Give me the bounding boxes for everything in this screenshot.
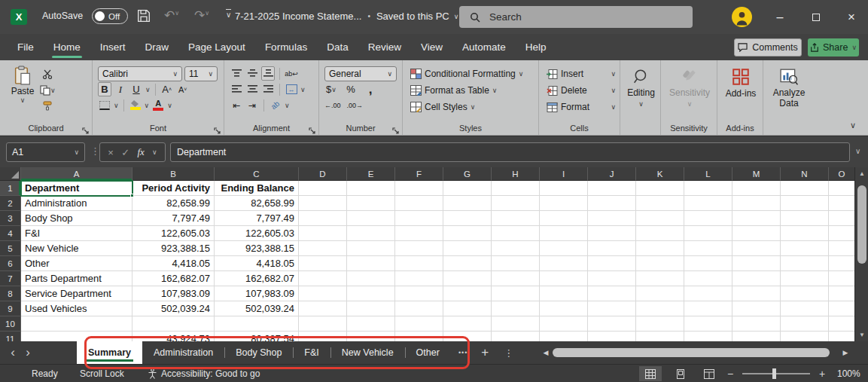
cell-b2[interactable]: 82,658.99	[132, 196, 215, 211]
column-header-a[interactable]: A	[21, 167, 132, 181]
fill-color-button[interactable]	[129, 98, 142, 112]
cell-a3[interactable]: Body Shop	[21, 211, 132, 226]
vertical-scrollbar[interactable]: ▲ ▼	[854, 167, 868, 341]
row-header-4[interactable]: 4	[0, 226, 21, 241]
percent-style-button[interactable]: %	[344, 82, 358, 96]
next-sheet-button[interactable]: ›	[15, 345, 41, 360]
sheet-tab-other[interactable]: Other	[405, 341, 451, 364]
column-header-c[interactable]: C	[215, 167, 299, 181]
tab-formulas[interactable]: Formulas	[255, 34, 317, 60]
horizontal-scrollbar-thumb[interactable]	[553, 348, 830, 357]
cell-c3[interactable]: 7,797.49	[215, 211, 299, 226]
row-header-10[interactable]: 10	[0, 316, 21, 332]
comma-style-button[interactable]: ,	[364, 82, 377, 96]
enter-button[interactable]: ✓	[121, 147, 129, 158]
row-header-9[interactable]: 9	[0, 301, 21, 316]
zoom-slider-track[interactable]	[742, 373, 810, 374]
column-header-b[interactable]: B	[132, 167, 215, 181]
bold-button[interactable]: B	[98, 82, 111, 96]
search-input[interactable]: Search	[459, 6, 693, 28]
share-button[interactable]: Share ∨	[808, 38, 859, 57]
scroll-left-icon[interactable]: ◀	[541, 349, 551, 356]
expand-formula-bar-chevron-icon[interactable]: ∨	[855, 147, 860, 155]
comments-button[interactable]: Comments	[734, 38, 802, 57]
row-header-8[interactable]: 8	[0, 286, 21, 301]
row-header-5[interactable]: 5	[0, 241, 21, 256]
borders-button[interactable]	[98, 98, 111, 112]
vertical-scrollbar-thumb[interactable]	[857, 185, 866, 264]
format-painter-button[interactable]	[40, 99, 56, 113]
copy-button[interactable]: ∨	[40, 83, 56, 97]
autosave-toggle[interactable]: Off	[92, 8, 128, 24]
cell-b9[interactable]: 502,039.24	[132, 301, 215, 316]
cell-c4[interactable]: 122,605.03	[215, 226, 299, 241]
zoom-in-button[interactable]: +	[819, 365, 825, 382]
cell-c5[interactable]: 923,388.15	[215, 241, 299, 256]
zoom-level[interactable]: 100%	[837, 365, 860, 382]
cell-b4[interactable]: 122,605.03	[132, 226, 215, 241]
cell-c1[interactable]: Ending Balance	[215, 181, 299, 196]
conditional-formatting-button[interactable]: Conditional Formatting ∨	[410, 66, 535, 82]
row-header-11[interactable]: 11	[0, 332, 21, 341]
analyze-data-button[interactable]: Analyze Data	[769, 69, 809, 108]
tab-help[interactable]: Help	[516, 34, 556, 60]
scroll-down-icon[interactable]: ▼	[855, 332, 868, 338]
sheet-tab-administration[interactable]: Administration	[142, 341, 224, 364]
italic-button[interactable]: I	[114, 82, 127, 96]
cell-a1[interactable]: Department	[21, 181, 132, 196]
save-location[interactable]: Saved to this PC ∨	[376, 11, 458, 22]
cell-a7[interactable]: Parts Department	[21, 271, 132, 286]
column-header-e[interactable]: E	[347, 167, 395, 181]
cell-b11[interactable]: 43,924.73	[132, 332, 215, 341]
row-header-1[interactable]: 1	[0, 181, 21, 196]
addins-button[interactable]: Add-ins	[723, 69, 759, 99]
format-cells-button[interactable]: Format ∨	[547, 99, 616, 115]
cell-a2[interactable]: Administration	[21, 196, 132, 211]
delete-cells-button[interactable]: Delete ∨	[547, 82, 616, 99]
tab-view[interactable]: View	[411, 34, 452, 60]
cell-b10[interactable]	[132, 316, 215, 332]
tab-page-layout[interactable]: Page Layout	[178, 34, 255, 60]
sheet-tab-summary[interactable]: Summary	[77, 341, 142, 364]
middle-align-button[interactable]	[245, 66, 259, 81]
alignment-dialog-launcher[interactable]	[309, 124, 316, 132]
font-dialog-launcher[interactable]	[214, 124, 221, 132]
cell-a10[interactable]	[21, 316, 132, 332]
cell-b8[interactable]: 107,983.09	[132, 286, 215, 301]
editing-button[interactable]: Editing ∨	[626, 69, 656, 108]
font-size-select[interactable]: 11∨	[184, 66, 218, 81]
sensitivity-button[interactable]: Sensitivity ∨	[666, 69, 713, 108]
maximize-button[interactable]	[799, 0, 833, 34]
cell-c9[interactable]: 502,039.24	[215, 301, 299, 316]
save-button[interactable]	[137, 9, 151, 26]
cell-b7[interactable]: 162,682.07	[132, 271, 215, 286]
orientation-button[interactable]: ab	[269, 98, 282, 112]
insert-cells-button[interactable]: Insert ∨	[547, 66, 616, 82]
decrease-font-size-button[interactable]: A˅	[176, 82, 190, 96]
accounting-format-button[interactable]: $∨	[324, 82, 338, 96]
view-page-break-button[interactable]	[698, 366, 720, 381]
sheet-tab-fi[interactable]: F&I	[293, 341, 330, 364]
column-header-j[interactable]: J	[588, 167, 636, 181]
view-normal-button[interactable]	[639, 366, 662, 381]
tab-automate[interactable]: Automate	[452, 34, 516, 60]
paste-button[interactable]: Paste ∨	[5, 66, 40, 113]
font-name-select[interactable]: Calibri∨	[98, 66, 182, 81]
column-header-n[interactable]: N	[781, 167, 829, 181]
cell-c2[interactable]: 82,658.99	[215, 196, 299, 211]
cell-c7[interactable]: 162,682.07	[215, 271, 299, 286]
wrap-text-button[interactable]: ab↩	[285, 66, 298, 81]
merge-center-button[interactable]: ↔	[285, 82, 298, 96]
cell-a4[interactable]: F&I	[21, 226, 132, 241]
tab-data[interactable]: Data	[317, 34, 358, 60]
insert-function-button[interactable]: fx	[137, 146, 144, 158]
column-header-k[interactable]: K	[636, 167, 684, 181]
sheet-tab-new-vehicle[interactable]: New Vehicle	[330, 341, 405, 364]
cell-b5[interactable]: 923,388.15	[132, 241, 215, 256]
top-align-button[interactable]	[230, 66, 243, 81]
avatar[interactable]	[732, 7, 752, 27]
cell-a9[interactable]: Used Vehicles	[21, 301, 132, 316]
row-header-7[interactable]: 7	[0, 271, 21, 286]
cancel-button[interactable]: ×	[108, 147, 114, 158]
column-header-f[interactable]: F	[395, 167, 443, 181]
